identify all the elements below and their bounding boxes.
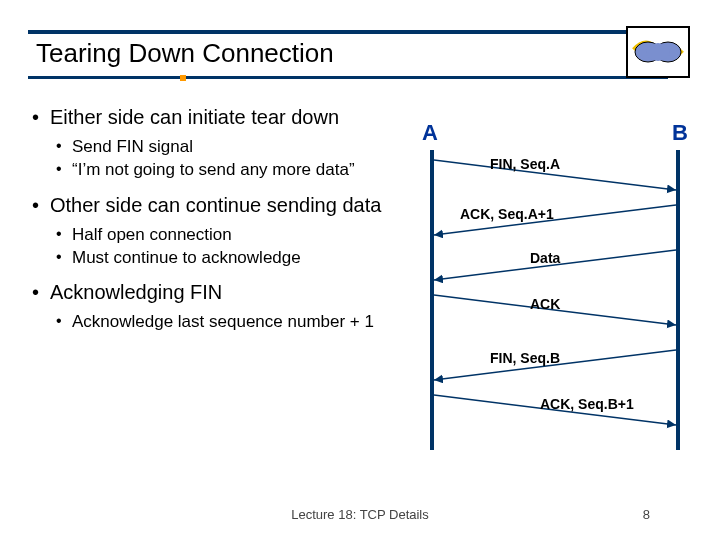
- bullet-2: Other side can continue sending data: [28, 193, 408, 218]
- endpoint-b-label: B: [672, 120, 688, 146]
- bullet-2-sub1: Half open connection: [28, 224, 408, 245]
- svg-point-2: [646, 43, 670, 61]
- bullet-1-sub1: Send FIN signal: [28, 136, 408, 157]
- msg-data: Data: [530, 250, 560, 266]
- bullet-3-sub1: Acknowledge last sequence number + 1: [28, 311, 408, 332]
- bullet-2-sub2: Must continue to acknowledge: [28, 247, 408, 268]
- msg-ack-b1: ACK, Seq.B+1: [540, 396, 634, 412]
- logo-icon: [626, 26, 690, 78]
- title-bar: [28, 30, 668, 34]
- msg-ack-a1: ACK, Seq.A+1: [460, 206, 554, 222]
- msg-fin-b: FIN, Seq.B: [490, 350, 560, 366]
- sequence-diagram: A B FIN, Seq.A ACK, Seq.A+1 Data ACK FIN…: [420, 120, 690, 460]
- page-number: 8: [643, 507, 650, 522]
- title-underline: [28, 76, 668, 79]
- bullet-content: Either side can initiate tear down Send …: [28, 105, 408, 334]
- slide-title: Tearing Down Connection: [36, 38, 334, 69]
- title-accent-square: [180, 75, 186, 81]
- footer-text: Lecture 18: TCP Details: [0, 507, 720, 522]
- bullet-1: Either side can initiate tear down: [28, 105, 408, 130]
- endpoint-a-label: A: [422, 120, 438, 146]
- msg-ack: ACK: [530, 296, 560, 312]
- bullet-3: Acknowledging FIN: [28, 280, 408, 305]
- footer-label: Lecture 18: TCP Details: [291, 507, 429, 522]
- msg-fin-a: FIN, Seq.A: [490, 156, 560, 172]
- bullet-1-sub2: “I’m not going to send any more data”: [28, 159, 408, 180]
